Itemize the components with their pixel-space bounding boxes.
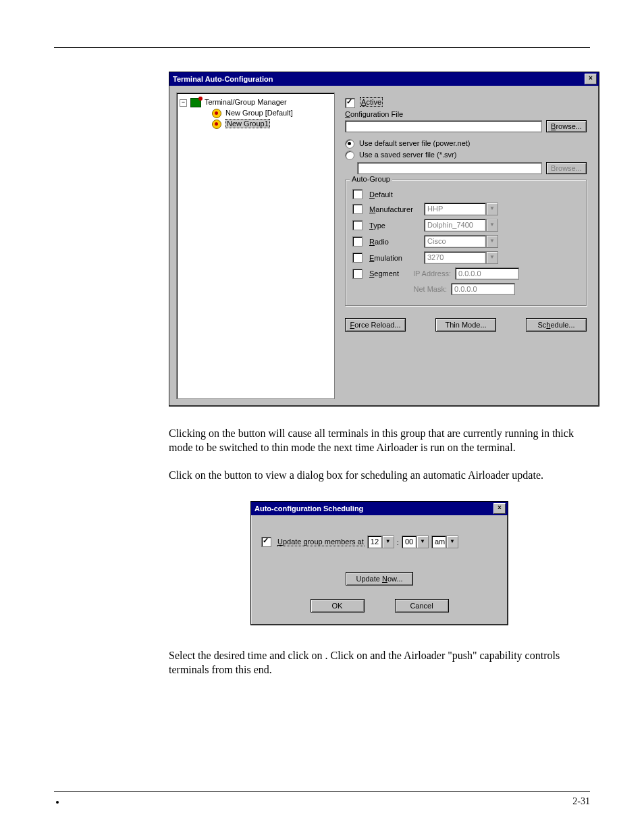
group-icon xyxy=(212,109,221,118)
radio-default-label: Use default server file (power.net) xyxy=(359,139,470,147)
ampm-combo[interactable]: am ▼ xyxy=(431,536,458,548)
type-label: Type xyxy=(369,221,420,230)
tree-root[interactable]: − Terminal/Group Manager xyxy=(180,97,331,108)
update-checkbox[interactable] xyxy=(261,537,271,547)
minute-combo[interactable]: 00 ▼ xyxy=(402,536,429,548)
tree-item-selected[interactable]: New Group1 xyxy=(180,119,331,130)
page-footer: 2-31 xyxy=(54,791,590,807)
update-members-label: Update group members at xyxy=(277,538,365,546)
terminal-auto-config-window: Terminal Auto-Configuration × − Terminal… xyxy=(169,72,599,407)
collapse-icon[interactable]: − xyxy=(180,99,187,107)
type-combo: Dolphin_7400 ▼ xyxy=(424,219,498,232)
type-checkbox[interactable] xyxy=(352,220,363,230)
window-title: Auto-configuration Scheduling xyxy=(254,504,363,513)
update-now-button[interactable]: Update Now... xyxy=(346,572,413,585)
auto-group-box: Auto-Group Default Manufacturer HHP ▼ xyxy=(345,180,587,306)
paragraph: Select the desired time and click on . C… xyxy=(169,649,590,677)
chevron-down-icon: ▼ xyxy=(486,203,498,215)
close-icon[interactable]: × xyxy=(493,503,506,514)
manufacturer-label: Manufacturer xyxy=(369,205,420,213)
colon: : xyxy=(397,538,399,546)
net-mask-input: 0.0.0.0 xyxy=(451,283,515,295)
net-mask-label: Net Mask: xyxy=(403,285,447,293)
manager-icon xyxy=(190,98,201,107)
titlebar: Terminal Auto-Configuration × xyxy=(169,72,599,86)
active-checkbox[interactable] xyxy=(345,98,355,108)
hour-combo[interactable]: 12 ▼ xyxy=(367,536,394,548)
chevron-down-icon: ▼ xyxy=(417,536,429,548)
tree-item[interactable]: New Group [Default] xyxy=(180,108,331,119)
default-label: Default xyxy=(369,190,393,199)
server-file-input xyxy=(357,162,542,174)
browse-button[interactable]: Browse... xyxy=(546,120,587,132)
titlebar: Auto-configuration Scheduling × xyxy=(251,502,508,515)
paragraph: Clicking on the button will cause all te… xyxy=(169,427,590,455)
page-number: 2-31 xyxy=(572,796,590,807)
default-checkbox[interactable] xyxy=(352,189,363,199)
scheduling-dialog: Auto-configuration Scheduling × Update g… xyxy=(250,501,508,625)
ip-address-input: 0.0.0.0 xyxy=(455,267,519,280)
tree-pane[interactable]: − Terminal/Group Manager New Group [Defa… xyxy=(176,93,335,399)
ok-button[interactable]: OK xyxy=(311,599,365,613)
form-pane: Active Configuration File Browse... Use … xyxy=(342,93,592,399)
manufacturer-checkbox[interactable] xyxy=(352,204,363,214)
chevron-down-icon: ▼ xyxy=(446,536,458,548)
radio-saved-server[interactable] xyxy=(345,151,354,160)
emulation-combo: 3270 ▼ xyxy=(424,251,498,264)
footer-left xyxy=(54,796,61,807)
radio-label: Radio xyxy=(369,238,420,246)
emulation-label: Emulation xyxy=(369,254,420,262)
radio-checkbox[interactable] xyxy=(352,236,363,246)
close-icon[interactable]: × xyxy=(585,74,597,84)
manufacturer-combo: HHP ▼ xyxy=(424,203,498,215)
chevron-down-icon: ▼ xyxy=(382,536,394,548)
segment-checkbox[interactable] xyxy=(352,269,363,279)
segment-label: Segment xyxy=(369,269,403,278)
paragraph: Click on the button to view a dialog box… xyxy=(169,469,590,483)
radio-saved-label: Use a saved server file (*.svr) xyxy=(359,151,456,159)
ip-address-label: IP Address: xyxy=(407,269,451,278)
radio-combo: Cisco ▼ xyxy=(424,235,498,248)
schedule-button[interactable]: Schedule... xyxy=(526,318,587,332)
chevron-down-icon: ▼ xyxy=(486,251,498,264)
thin-mode-button[interactable]: Thin Mode... xyxy=(435,318,496,332)
config-file-input[interactable] xyxy=(345,120,542,132)
config-file-label: Configuration File xyxy=(345,110,587,118)
window-title: Terminal Auto-Configuration xyxy=(173,75,273,83)
chevron-down-icon: ▼ xyxy=(486,219,498,232)
emulation-checkbox[interactable] xyxy=(352,253,363,263)
radio-default-server[interactable] xyxy=(345,139,354,149)
group-icon xyxy=(212,120,221,129)
force-reload-button[interactable]: Force Reload... xyxy=(345,318,406,332)
groupbox-title: Auto-Group xyxy=(350,175,392,183)
cancel-button[interactable]: Cancel xyxy=(395,599,449,613)
active-label: Active xyxy=(360,97,383,107)
chevron-down-icon: ▼ xyxy=(486,235,498,248)
browse-button-disabled: Browse... xyxy=(546,162,587,174)
